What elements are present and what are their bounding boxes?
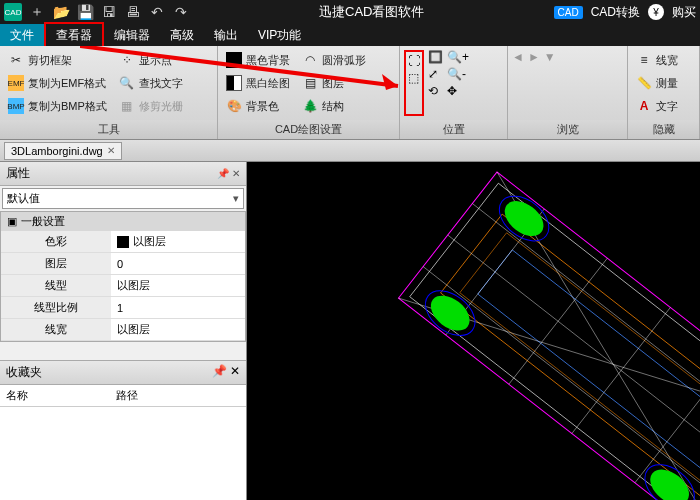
svg-line-13 xyxy=(509,258,608,384)
text-icon: A xyxy=(636,98,652,114)
property-row[interactable]: 图层0 xyxy=(1,253,245,275)
zoom-out-icon[interactable]: 🔍- xyxy=(447,67,469,81)
copy-emf-button[interactable]: EMF复制为EMF格式 xyxy=(4,73,111,93)
bw-icon xyxy=(226,75,242,91)
color-swatch xyxy=(117,236,129,248)
fit-selection-icon[interactable]: ⬚ xyxy=(408,71,420,85)
fav-pin-icon[interactable]: 📌 ✕ xyxy=(212,364,240,381)
prop-value[interactable]: 1 xyxy=(111,297,245,318)
fit-window-icon[interactable]: ⛶ xyxy=(408,54,420,68)
tab-vip[interactable]: VIP功能 xyxy=(248,24,311,47)
general-section[interactable]: ▣一般设置 xyxy=(1,212,245,231)
scissors-icon: ✂ xyxy=(8,52,24,68)
favorites-columns: 名称 路径 xyxy=(0,385,246,407)
svg-line-15 xyxy=(635,357,700,483)
text-button[interactable]: A文字 xyxy=(632,96,682,116)
saveas-icon[interactable]: 🖫 xyxy=(100,3,118,21)
prop-key: 线型 xyxy=(1,275,111,296)
arc-icon: ◠ xyxy=(302,52,318,68)
prop-value[interactable]: 以图层 xyxy=(111,275,245,296)
prop-key: 线宽 xyxy=(1,319,111,340)
quick-access-toolbar: ＋ 📂 💾 🖫 🖶 ↶ ↷ xyxy=(28,3,190,21)
prop-key: 线型比例 xyxy=(1,297,111,318)
redo-icon[interactable]: ↷ xyxy=(172,3,190,21)
prop-value[interactable]: 以图层 xyxy=(111,319,245,340)
clip-frame-button[interactable]: ✂剪切框架 xyxy=(4,50,111,70)
col-name[interactable]: 名称 xyxy=(0,385,110,406)
col-path[interactable]: 路径 xyxy=(110,385,144,406)
tab-viewer[interactable]: 查看器 xyxy=(44,22,104,49)
side-panel: 属性 📌 ✕ 默认值 ▣一般设置 色彩以图层图层0线型以图层线型比例1线宽以图层… xyxy=(0,162,247,500)
find-text-button[interactable]: 🔍查找文字 xyxy=(115,73,187,93)
measure-button[interactable]: 📏测量 xyxy=(632,73,682,93)
cad-viewport[interactable] xyxy=(247,162,700,500)
buy-link[interactable]: 购买 xyxy=(672,4,696,21)
property-row[interactable]: 线宽以图层 xyxy=(1,319,245,341)
zoom-in-icon[interactable]: 🔍+ xyxy=(447,50,469,64)
structure-button[interactable]: 🌲结构 xyxy=(298,96,370,116)
property-row[interactable]: 色彩以图层 xyxy=(1,231,245,253)
next-icon[interactable]: ► xyxy=(528,50,540,64)
svg-rect-2 xyxy=(398,172,700,500)
black-bg-icon xyxy=(226,52,242,68)
svg-line-7 xyxy=(398,172,700,500)
prop-key: 色彩 xyxy=(1,231,111,252)
open-icon[interactable]: 📂 xyxy=(52,3,70,21)
structure-icon: 🌲 xyxy=(302,98,318,114)
line-width-button[interactable]: ≡线宽 xyxy=(632,50,682,70)
ribbon-label-hide: 隐藏 xyxy=(628,120,699,139)
svg-line-8 xyxy=(398,172,700,500)
bw-draw-button[interactable]: 黑白绘图 xyxy=(222,73,294,93)
rotate-icon[interactable]: ⟲ xyxy=(428,84,443,98)
document-name: 3DLamborgini.dwg xyxy=(11,145,103,157)
pan-icon[interactable]: ✥ xyxy=(447,84,469,98)
tab-file[interactable]: 文件 xyxy=(0,24,44,47)
yen-icon: ¥ xyxy=(648,4,664,20)
extents-icon[interactable]: ⤢ xyxy=(428,67,443,81)
points-icon: ⁘ xyxy=(119,52,135,68)
ribbon-group-cad-settings: 黑色背景 黑白绘图 🎨背景色 ◠圆滑弧形 ▤图层 🌲结构 CAD绘图设置 xyxy=(218,46,400,139)
pin-icon[interactable]: 📌 ✕ xyxy=(217,168,240,179)
property-row[interactable]: 线型以图层 xyxy=(1,275,245,297)
layer-icon: ▤ xyxy=(302,75,318,91)
ribbon-group-tools: ✂剪切框架 EMF复制为EMF格式 BMP复制为BMP格式 ⁘显示点 🔍查找文字… xyxy=(0,46,218,139)
zoom-region-icon[interactable]: 🔲 xyxy=(428,50,443,64)
default-value-combo[interactable]: 默认值 xyxy=(2,188,244,209)
prop-value[interactable]: 0 xyxy=(111,253,245,274)
ribbon-group-position: ⛶ ⬚ 🔲 ⤢ ⟲ 🔍+ 🔍- ✥ 位置 xyxy=(400,46,508,139)
svg-rect-6 xyxy=(478,250,700,479)
tab-advanced[interactable]: 高级 xyxy=(160,24,204,47)
smooth-arc-button[interactable]: ◠圆滑弧形 xyxy=(298,50,370,70)
close-tab-icon[interactable]: ✕ xyxy=(107,145,115,156)
tab-output[interactable]: 输出 xyxy=(204,24,248,47)
cad-convert-badge[interactable]: CAD xyxy=(554,6,583,19)
grid-icon: ▦ xyxy=(119,98,135,114)
fix-grid-button: ▦修剪光栅 xyxy=(115,96,187,116)
show-points-button[interactable]: ⁘显示点 xyxy=(115,50,187,70)
tab-editor[interactable]: 编辑器 xyxy=(104,24,160,47)
black-bg-button[interactable]: 黑色背景 xyxy=(222,50,294,70)
new-icon[interactable]: ＋ xyxy=(28,3,46,21)
undo-icon[interactable]: ↶ xyxy=(148,3,166,21)
cad-convert-link[interactable]: CAD转换 xyxy=(591,4,640,21)
ribbon-group-browse: ◄ ► ▼ 浏览 xyxy=(508,46,628,139)
prop-value[interactable]: 以图层 xyxy=(111,231,245,252)
favorites-body xyxy=(0,407,246,500)
down-icon[interactable]: ▼ xyxy=(544,50,556,64)
bg-color-button[interactable]: 🎨背景色 xyxy=(222,96,294,116)
svg-line-14 xyxy=(572,307,671,433)
print-icon[interactable]: 🖶 xyxy=(124,3,142,21)
search-icon: 🔍 xyxy=(119,75,135,91)
title-bar: CAD ＋ 📂 💾 🖫 🖶 ↶ ↷ 迅捷CAD看图软件 CAD CAD转换 ¥ … xyxy=(0,0,700,24)
svg-rect-3 xyxy=(410,183,700,500)
property-row[interactable]: 线型比例1 xyxy=(1,297,245,319)
copy-bmp-button[interactable]: BMP复制为BMP格式 xyxy=(4,96,111,116)
document-tab[interactable]: 3DLamborgini.dwg ✕ xyxy=(4,142,122,160)
svg-point-18 xyxy=(424,289,476,338)
app-title: 迅捷CAD看图软件 xyxy=(190,3,554,21)
save-icon[interactable]: 💾 xyxy=(76,3,94,21)
svg-point-17 xyxy=(498,194,550,243)
prev-icon[interactable]: ◄ xyxy=(512,50,524,64)
ribbon-group-hide: ≡线宽 📏测量 A文字 隐藏 xyxy=(628,46,700,139)
layer-button[interactable]: ▤图层 xyxy=(298,73,370,93)
